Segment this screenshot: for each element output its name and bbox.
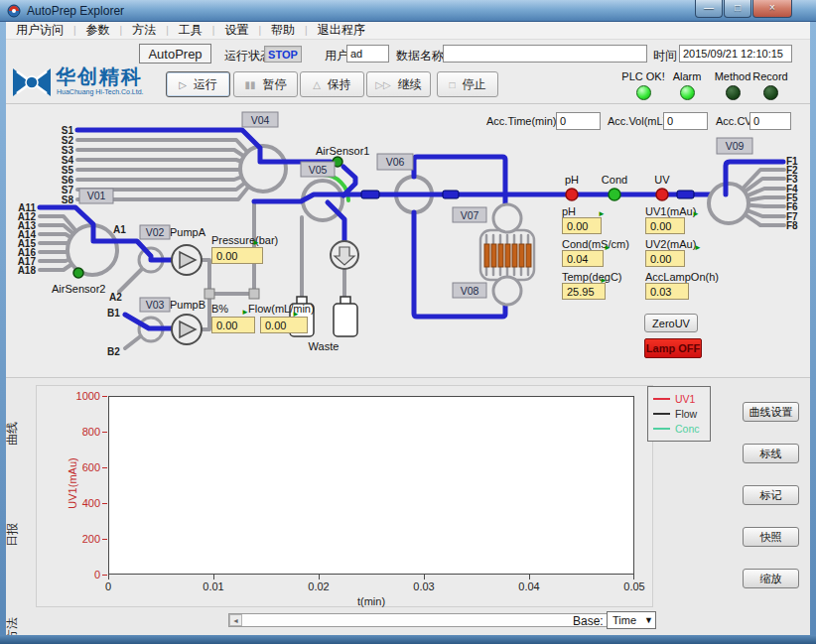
menu-tools[interactable]: 工具: [169, 22, 212, 39]
y-tick: 0: [68, 569, 100, 580]
zero-uv-button[interactable]: ZeroUV: [644, 314, 698, 332]
indicator-arrow-icon: ►: [604, 244, 612, 252]
acc-vol-label: Acc.Vol(mL): [608, 115, 666, 127]
conc-line-swatch: [653, 428, 670, 430]
lamp-off-button[interactable]: Lamp OFF: [644, 338, 702, 358]
curve-settings-button[interactable]: 曲线设置: [743, 402, 799, 422]
temp-label: Temp(degC): [562, 271, 622, 283]
minimize-button[interactable]: —: [695, 0, 723, 18]
mark-button[interactable]: 标记: [743, 485, 799, 505]
valve-chip-v07: V07: [461, 209, 479, 221]
x-tick: 0: [86, 580, 130, 592]
scroll-left-icon[interactable]: ◄: [229, 614, 242, 626]
valve-chip-v05: V05: [309, 164, 328, 176]
window-border-bottom: [0, 635, 816, 644]
valve-chip-v06: V06: [386, 156, 405, 168]
pipe-s1-active: [77, 130, 331, 162]
pump-b-label: PumpB: [170, 299, 205, 311]
valve-chip-v09: V09: [726, 140, 745, 152]
acc-vol-field[interactable]: 0: [663, 112, 708, 130]
ph-dot-label: pH: [565, 174, 579, 186]
pause-button[interactable]: ▮▮暂停: [233, 71, 298, 97]
pump-a-label: PumpA: [170, 226, 206, 238]
uv1-field: 0.00: [645, 217, 685, 234]
acc-time-field[interactable]: 0: [556, 112, 601, 130]
x-tick: 0.02: [297, 580, 340, 592]
pump-b[interactable]: [172, 315, 202, 344]
pause-icon: ▮▮: [244, 79, 255, 90]
led-plc: PLC OK!: [619, 70, 667, 100]
snapshot-button[interactable]: 快照: [743, 527, 799, 547]
s-port-labels: S1 S2 S3 S4 S5 S6 S7 S8: [62, 125, 74, 205]
hold-button-label: 保持: [328, 76, 351, 93]
chart-panel: UV1(mAu) 1000 800 600 400 200 0 0 0.01 0…: [36, 385, 653, 607]
pump-a[interactable]: [172, 245, 202, 275]
resume-icon: ▷▷: [375, 79, 390, 90]
valve-chip-v01: V01: [87, 190, 106, 201]
close-button[interactable]: ×: [752, 0, 792, 18]
hold-icon: △: [313, 79, 321, 90]
led-record: Record: [747, 70, 794, 100]
logo-icon: [12, 65, 52, 99]
chevron-down-icon: ▼: [644, 615, 653, 625]
menu-settings[interactable]: 设置: [214, 22, 258, 39]
title-bar: AutoPrep Explorer — □ ×: [0, 0, 816, 22]
plc-led: [636, 85, 651, 100]
pipe-connector: [361, 191, 379, 198]
menu-user-access[interactable]: 用户访问: [6, 22, 73, 39]
y-tick: 400: [68, 497, 100, 509]
menu-help[interactable]: 帮助: [261, 22, 305, 39]
cond-dot-label: Cond: [602, 174, 627, 186]
stop-button[interactable]: □停止: [437, 71, 498, 97]
valve-v09[interactable]: [709, 170, 784, 225]
hold-button[interactable]: △保持: [300, 71, 364, 97]
company-name: 华创精科: [56, 64, 143, 90]
led-method-label: Method: [715, 70, 751, 82]
base-label: Base:: [573, 614, 604, 628]
pressure-label: Pressure(bar): [211, 234, 278, 246]
side-tab-report[interactable]: 日报: [4, 517, 21, 553]
window-controls: — □ ×: [694, 0, 792, 18]
valve-v08[interactable]: [493, 277, 521, 305]
led-alarm-label: Alarm: [673, 70, 702, 82]
valve-v03[interactable]: [125, 318, 163, 348]
legend-item-flow: Flow: [653, 406, 705, 421]
a-port-labels: A11 A12 A13 A14 A15 A16 A17 A18: [18, 202, 37, 276]
temp-field: 25.95: [562, 283, 606, 300]
valve-v07[interactable]: [493, 204, 521, 232]
x-tick: 0.04: [507, 580, 551, 592]
time-label: 时间: [653, 48, 677, 64]
run-button[interactable]: ▷运行: [166, 71, 230, 97]
stop-button-label: 停止: [463, 76, 486, 93]
zoom-button[interactable]: 缩放: [743, 569, 799, 588]
pause-button-label: 暂停: [263, 76, 287, 93]
y-tick: 200: [68, 533, 100, 545]
resume-button[interactable]: ▷▷继续: [366, 71, 431, 97]
menu-exit[interactable]: 退出程序: [308, 22, 375, 39]
user-input[interactable]: ad: [346, 45, 389, 63]
data-name-input[interactable]: [443, 45, 647, 63]
side-tab-curve[interactable]: 曲线: [4, 416, 21, 451]
menu-method[interactable]: 方法: [122, 22, 166, 39]
ph-label: pH: [562, 205, 576, 217]
uv-sensor-dot: [656, 189, 668, 200]
acc-cv-field[interactable]: 0: [749, 112, 791, 130]
cond-field: 0.04: [562, 250, 604, 267]
airsensor2-dot: [73, 268, 83, 278]
menu-parameters[interactable]: 参数: [76, 22, 120, 39]
led-plc-label: PLC OK!: [621, 70, 664, 82]
base-dropdown[interactable]: Time ▼: [607, 611, 656, 629]
chart-plot-area[interactable]: [108, 396, 634, 575]
valve-chip-v04: V04: [251, 114, 270, 126]
valve-v02[interactable]: [119, 248, 163, 292]
b1-label: B1: [107, 308, 120, 319]
marker-line-button[interactable]: 标线: [743, 444, 799, 463]
b2-label: B2: [107, 346, 120, 357]
maximize-button[interactable]: □: [724, 0, 751, 18]
valve-v01[interactable]: [40, 216, 117, 275]
base-dropdown-value: Time: [612, 614, 636, 626]
pipe-connector: [677, 191, 694, 198]
run-button-label: 运行: [194, 76, 217, 93]
chromatography-column: [480, 230, 534, 280]
autoprep-window: { "window": { "title": "AutoPrep Explore…: [0, 0, 816, 644]
